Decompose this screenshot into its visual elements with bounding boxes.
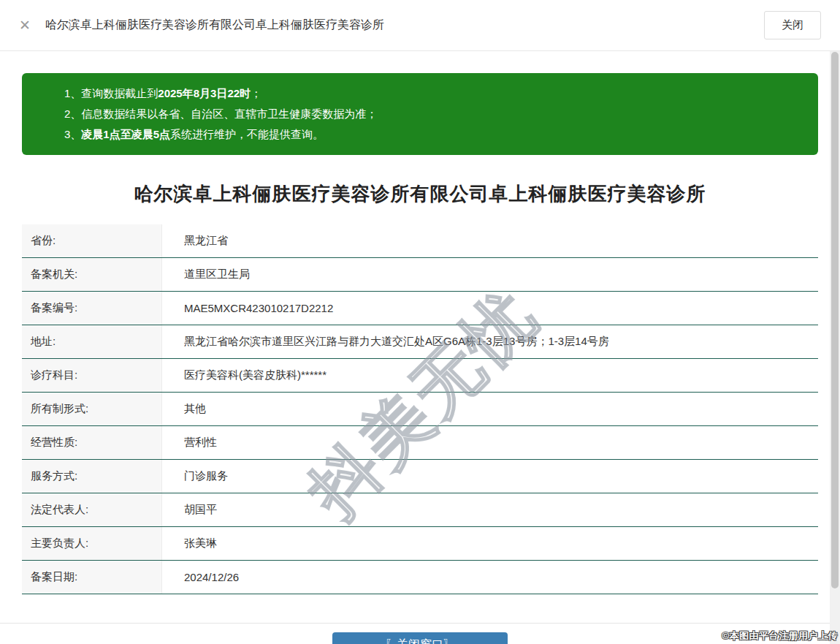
page-title: 哈尔滨卓上科俪肤医疗美容诊所有限公司卓上科俪肤医疗美容诊所 <box>29 181 811 207</box>
row-label: 备案机关: <box>22 258 162 291</box>
row-label: 省份: <box>22 224 162 257</box>
notice-line-3: 3、凌晨1点至凌晨5点系统进行维护，不能提供查询。 <box>64 124 803 145</box>
row-label: 地址: <box>22 325 162 358</box>
row-label: 法定代表人: <box>22 493 162 526</box>
bottom-bar: 〖关闭窗口〗 <box>0 623 840 644</box>
table-row: 地址: 黑龙江省哈尔滨市道里区兴江路与群力大道交汇处A区G6A栋1-3层13号房… <box>22 325 818 359</box>
content-area: 1、查询数据截止到2025年8月3日22时； 2、信息数据结果以各省、自治区、直… <box>0 73 840 644</box>
window-title: 哈尔滨卓上科俪肤医疗美容诊所有限公司卓上科俪肤医疗美容诊所 <box>45 18 764 33</box>
table-row: 省份: 黑龙江省 <box>22 224 818 258</box>
row-value: 其他 <box>162 393 818 425</box>
table-row: 备案机关: 道里区卫生局 <box>22 258 818 292</box>
info-table: 省份: 黑龙江省 备案机关: 道里区卫生局 备案编号: MAE5MXCR4230… <box>22 224 818 594</box>
table-row: 服务方式: 门诊服务 <box>22 460 818 493</box>
scrollbar-thumb[interactable] <box>831 52 839 588</box>
row-value: 营利性 <box>162 426 818 459</box>
row-label: 诊疗科目: <box>22 359 162 392</box>
row-value: 医疗美容科(美容皮肤科)****** <box>162 359 818 392</box>
notice-box: 1、查询数据截止到2025年8月3日22时； 2、信息数据结果以各省、自治区、直… <box>22 73 818 155</box>
scrollbar[interactable] <box>830 51 840 644</box>
row-value: 张美琳 <box>162 527 818 560</box>
row-value: 门诊服务 <box>162 460 818 493</box>
row-label: 所有制形式: <box>22 393 162 425</box>
row-label: 备案日期: <box>22 561 162 594</box>
notice-line-1: 1、查询数据截止到2025年8月3日22时； <box>64 83 803 104</box>
table-row: 备案编号: MAE5MXCR423010217D2212 <box>22 292 818 325</box>
row-value: 道里区卫生局 <box>162 258 818 291</box>
table-row: 法定代表人: 胡国平 <box>22 493 818 527</box>
close-window-button[interactable]: 〖关闭窗口〗 <box>332 632 508 644</box>
row-label: 经营性质: <box>22 426 162 459</box>
table-row: 备案日期: 2024/12/26 <box>22 561 818 594</box>
table-row: 主要负责人: 张美琳 <box>22 527 818 561</box>
row-label: 主要负责人: <box>22 527 162 560</box>
copyright-overlay: ©本图由平台注册用户上传 <box>722 629 838 643</box>
table-row: 所有制形式: 其他 <box>22 393 818 426</box>
table-row: 诊疗科目: 医疗美容科(美容皮肤科)****** <box>22 359 818 393</box>
row-value: 黑龙江省 <box>162 224 818 257</box>
table-row: 经营性质: 营利性 <box>22 426 818 460</box>
row-label: 服务方式: <box>22 460 162 493</box>
row-label: 备案编号: <box>22 292 162 325</box>
row-value: 2024/12/26 <box>162 561 818 594</box>
notice-line-2: 2、信息数据结果以各省、自治区、直辖市卫生健康委数据为准； <box>64 104 803 124</box>
window-titlebar: ✕ 哈尔滨卓上科俪肤医疗美容诊所有限公司卓上科俪肤医疗美容诊所 关闭 <box>0 0 840 51</box>
close-button[interactable]: 关闭 <box>764 11 821 39</box>
row-value: 黑龙江省哈尔滨市道里区兴江路与群力大道交汇处A区G6A栋1-3层13号房；1-3… <box>162 325 818 358</box>
close-x-icon[interactable]: ✕ <box>19 18 31 32</box>
row-value: 胡国平 <box>162 493 818 526</box>
row-value: MAE5MXCR423010217D2212 <box>162 292 818 325</box>
